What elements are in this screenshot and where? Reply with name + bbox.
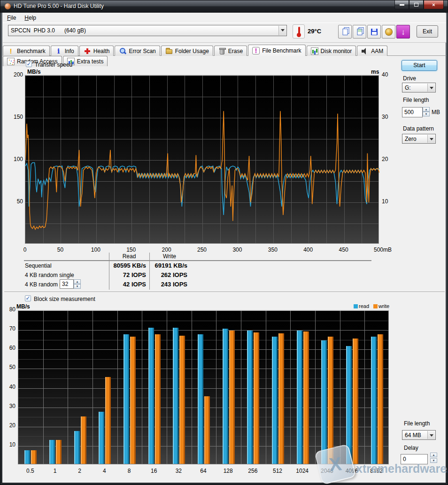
data-pattern-value: Zero	[405, 136, 417, 142]
bar-x-axis-tick: 256	[240, 468, 265, 474]
read-bar	[223, 329, 228, 464]
read-bar	[148, 328, 154, 464]
minimize-button[interactable]	[394, 0, 409, 9]
title-bar[interactable]: HD Tune Pro 5.00 - Hard Disk Utility ×	[0, 0, 448, 13]
app-window: HD Tune Pro 5.00 - Hard Disk Utility × F…	[0, 0, 448, 485]
x-axis-tick: 300	[228, 246, 247, 253]
data-pattern-combo[interactable]: Zero	[402, 134, 436, 144]
bar-x-axis-tick: 128	[216, 468, 240, 474]
copy-text-button[interactable]	[338, 25, 352, 38]
read-bar	[99, 412, 104, 464]
tab-error-scan[interactable]: Error Scan	[115, 46, 160, 56]
close-button[interactable]: ×	[424, 0, 444, 9]
tab-benchmark[interactable]: !Benchmark	[3, 46, 50, 56]
bar-x-axis-tick: 4	[92, 468, 116, 474]
menu-item-help[interactable]: Help	[20, 13, 40, 23]
y-axis-tick-left: 200	[11, 71, 23, 78]
erase-icon	[218, 47, 226, 55]
drive-select-combo[interactable]: SPCCN PHD 3.0 (640 gB)	[8, 25, 287, 36]
spin-up-icon[interactable]: ▲	[430, 453, 437, 457]
tab-label: Folder Usage	[175, 48, 209, 54]
bar-x-axis-tick: 0.5	[18, 468, 42, 474]
read-bar	[49, 440, 55, 464]
table-header-rule	[24, 260, 371, 261]
tab-label: File Benchmark	[262, 47, 301, 54]
app-icon	[5, 3, 11, 9]
tab-file-benchmark[interactable]: !File Benchmark	[248, 45, 305, 56]
bar-y-axis-tick: 60	[4, 345, 15, 351]
aam-icon	[361, 47, 369, 55]
tab-label: Disk monitor	[321, 48, 352, 54]
menu-item-file[interactable]: File	[3, 13, 20, 23]
drive-combo[interactable]: G:	[402, 83, 436, 92]
bar-x-axis-tick: 1	[43, 468, 67, 474]
spin-down-icon[interactable]: ▼	[74, 284, 81, 289]
tab-health[interactable]: Health	[79, 46, 114, 56]
tab-label: Health	[93, 48, 110, 54]
delay-stepper[interactable]: ▲ ▼	[430, 453, 437, 463]
gridline-v	[117, 311, 118, 464]
y-axis-tick-left: 150	[11, 114, 23, 120]
chevron-down-icon[interactable]	[278, 26, 286, 35]
bottom-file-length-combo[interactable]: 64 MB	[402, 430, 436, 440]
tab-folder-usage[interactable]: Folder Usage	[161, 46, 213, 56]
chevron-down-icon[interactable]	[427, 84, 435, 92]
tab-erase[interactable]: Erase	[214, 46, 247, 56]
write-bar	[303, 331, 309, 464]
y-axis-tick-left: 50	[11, 198, 23, 205]
read-legend-swatch	[354, 304, 358, 308]
error-scan-icon	[119, 47, 126, 55]
bar-y-axis-tick: 40	[4, 384, 15, 390]
update-button[interactable]: ↓	[396, 25, 410, 38]
exit-button[interactable]: Exit	[417, 25, 438, 38]
spin-up-icon[interactable]: ▲	[423, 107, 430, 112]
save-button[interactable]	[367, 25, 381, 38]
read-bar	[321, 340, 327, 464]
spin-down-icon[interactable]: ▼	[423, 112, 430, 116]
x-axis-tick: 200	[157, 246, 176, 253]
tab-info[interactable]: iInfo	[51, 46, 78, 56]
copy-image-button[interactable]	[353, 25, 366, 38]
drive-combo-value: G:	[405, 85, 411, 91]
gridline-v	[340, 311, 340, 464]
write-bar	[130, 337, 136, 464]
write-bar	[378, 334, 383, 464]
gridline-v	[241, 311, 241, 464]
minimize-icon	[400, 4, 404, 6]
options-button[interactable]	[382, 25, 395, 38]
result-row-label: Sequential	[25, 262, 52, 269]
chevron-down-icon[interactable]	[427, 135, 435, 143]
start-button[interactable]: Start	[402, 60, 437, 71]
tab-aam[interactable]: AAM	[357, 46, 387, 56]
transfer-speed-checkbox[interactable]: ✓	[26, 61, 32, 67]
bar-x-axis-tick: 64	[191, 468, 216, 474]
read-bar	[247, 331, 253, 464]
gridline-v	[93, 311, 93, 464]
drive-select-value: SPCCN PHD 3.0 (640 gB)	[11, 27, 86, 34]
x-axis-tick: 0	[15, 246, 34, 253]
temperature-value: 29°C	[308, 28, 321, 35]
block-size-checkbox[interactable]: ✓	[25, 295, 31, 301]
y-axis-tick-right: 10	[382, 198, 388, 205]
spin-up-icon[interactable]: ▲	[74, 279, 81, 284]
write-bar	[56, 440, 62, 464]
bar-x-axis-tick: 2	[68, 468, 92, 474]
tab-label: Error Scan	[129, 48, 155, 54]
random-multi-stepper[interactable]: ▲▼	[74, 279, 81, 289]
read-bar	[24, 450, 30, 464]
write-bar	[155, 334, 161, 464]
watermark-x-icon: X	[328, 453, 342, 476]
file-benchmark-icon: !	[252, 47, 260, 54]
bar-x-axis-tick: 1024	[290, 468, 315, 474]
bar-x-axis-tick: 32	[166, 468, 191, 474]
bar-y-axis-tick: 70	[4, 325, 15, 332]
chevron-down-icon[interactable]	[427, 431, 435, 439]
random-multi-queue-input[interactable]: 32	[60, 279, 74, 289]
file-length-stepper[interactable]: ▲ ▼	[423, 107, 430, 116]
bottom-file-length-value: 64 MB	[405, 432, 421, 439]
maximize-button[interactable]	[409, 0, 424, 9]
tab-disk-monitor[interactable]: Disk monitor	[307, 46, 356, 56]
result-write-value: 69191 KB/s	[140, 262, 187, 269]
line-chart-y-unit: MB/s	[27, 69, 41, 75]
file-length-input[interactable]: 500	[402, 107, 423, 117]
